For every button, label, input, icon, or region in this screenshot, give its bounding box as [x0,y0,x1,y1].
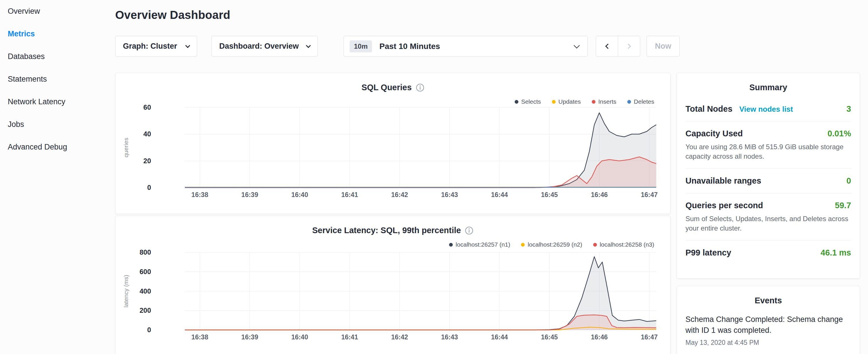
legend-label: Deletes [634,98,654,105]
summary-label: Capacity Used [685,129,743,138]
legend-item[interactable]: Selects [515,98,541,105]
dashboard-dropdown[interactable]: Dashboard: Overview [212,36,318,57]
info-icon[interactable] [465,226,473,237]
summary-row-queries-per-second: Queries per second 59.7 Sum of Selects, … [685,193,851,240]
sql-queries-chart[interactable]: 020406016:3816:3916:4016:4116:4216:4316:… [116,73,670,214]
legend-item[interactable]: Deletes [627,98,654,105]
event-timestamp: May 13, 2020 at 4:45 PM [685,339,851,347]
events-panel: Events Schema Change Completed: Schema c… [677,286,860,354]
legend-item[interactable]: localhost:26259 (n2) [521,241,582,248]
legend-dot-icon [593,243,597,247]
chevron-down-icon [574,42,580,49]
summary-value: 0 [846,176,851,186]
time-step-forward-button[interactable] [618,36,640,57]
legend-dot-icon [627,100,631,104]
chart-title-text: SQL Queries [361,83,411,92]
chevron-down-icon [185,43,190,48]
svg-text:16:46: 16:46 [591,191,608,198]
svg-text:latency (ms): latency (ms) [123,275,129,307]
sidebar-item-metrics[interactable]: Metrics [8,23,115,45]
time-range-badge: 10m [350,40,372,53]
summary-subtext: Sum of Selects, Updates, Inserts, and De… [685,214,851,233]
now-button[interactable]: Now [647,36,680,57]
legend-label: Updates [559,98,581,105]
summary-row-p99-latency: P99 latency 46.1 ms [685,240,851,265]
content-row: SQL Queries SelectsUpdatesInsertsDeletes… [115,73,860,354]
sidebar-item-advanced-debug[interactable]: Advanced Debug [8,136,115,158]
legend-dot-icon [449,243,453,247]
summary-title: Summary [685,73,851,97]
chart-title: SQL Queries [116,83,670,94]
chart-legend: SelectsUpdatesInsertsDeletes [515,98,654,105]
legend-item[interactable]: localhost:26257 (n1) [449,241,510,248]
sidebar-item-overview[interactable]: Overview [8,0,115,23]
svg-text:16:41: 16:41 [341,333,358,341]
legend-item[interactable]: localhost:26258 (n3) [593,241,654,248]
svg-text:0: 0 [147,326,151,334]
sql-queries-panel: SQL Queries SelectsUpdatesInsertsDeletes… [115,73,671,214]
legend-label: localhost:26258 (n3) [600,241,654,248]
summary-value: 3 [846,104,851,114]
svg-text:16:38: 16:38 [191,191,208,198]
svg-text:16:47: 16:47 [641,333,658,341]
graph-dropdown[interactable]: Graph: Cluster [115,36,197,57]
svg-text:16:41: 16:41 [341,191,358,198]
svg-text:16:39: 16:39 [241,333,258,341]
legend-dot-icon [592,100,595,104]
info-icon[interactable] [416,83,425,94]
chevron-right-icon [626,43,631,49]
chevron-left-icon [605,43,610,49]
legend-dot-icon [552,100,556,104]
svg-text:16:42: 16:42 [391,333,408,341]
legend-item[interactable]: Updates [552,98,581,105]
event-list-item[interactable]: Schema Change Completed: Schema change w… [685,314,851,347]
svg-text:16:40: 16:40 [291,191,308,198]
svg-text:16:43: 16:43 [441,333,458,341]
sidebar-item-databases[interactable]: Databases [8,45,115,68]
svg-text:16:44: 16:44 [491,333,508,341]
svg-text:16:47: 16:47 [641,191,658,198]
summary-value: 46.1 ms [821,248,851,257]
sidebar-item-jobs[interactable]: Jobs [8,113,115,136]
legend-dot-icon [521,243,525,247]
view-nodes-list-link[interactable]: View nodes list [739,105,793,114]
events-title: Events [685,286,851,310]
legend-label: Inserts [598,98,616,105]
legend-item[interactable]: Inserts [592,98,616,105]
summary-subtext: You are using 28.6 MiB of 515.9 GiB usab… [685,142,851,161]
svg-text:400: 400 [140,287,151,295]
svg-text:800: 800 [140,248,151,256]
legend-label: Selects [521,98,541,105]
summary-label-group: Total Nodes View nodes list [685,104,793,114]
svg-text:16:45: 16:45 [541,191,558,198]
dashboard-dropdown-label: Dashboard: Overview [219,42,299,51]
chart-title: Service Latency: SQL, 99th percentile [116,226,670,237]
summary-value: 59.7 [835,201,851,210]
time-range-selector[interactable]: 10m Past 10 Minutes [344,36,588,57]
svg-text:200: 200 [140,307,151,314]
summary-row-total-nodes: Total Nodes View nodes list 3 [685,97,851,122]
legend-dot-icon [515,100,518,104]
svg-text:40: 40 [143,130,151,138]
chart-canvas: 020406016:3816:3916:4016:4116:4216:4316:… [116,73,670,214]
svg-text:16:40: 16:40 [291,333,308,341]
svg-text:16:39: 16:39 [241,191,258,198]
graph-dropdown-label: Graph: Cluster [123,42,177,51]
sidebar-item-network-latency[interactable]: Network Latency [8,91,115,113]
time-step-back-button[interactable] [596,36,618,57]
svg-text:16:42: 16:42 [391,191,408,198]
summary-label: P99 latency [685,248,731,257]
time-step-buttons [596,36,640,57]
svg-text:16:46: 16:46 [591,333,608,341]
service-latency-panel: Service Latency: SQL, 99th percentile lo… [115,216,671,354]
svg-text:0: 0 [147,184,151,191]
summary-label: Total Nodes [685,104,733,114]
chart-legend: localhost:26257 (n1)localhost:26259 (n2)… [449,241,654,248]
sidebar-item-statements[interactable]: Statements [8,68,115,91]
sidebar: Overview Metrics Databases Statements Ne… [0,0,115,158]
legend-label: localhost:26257 (n1) [456,241,510,248]
chart-title-text: Service Latency: SQL, 99th percentile [312,226,461,235]
svg-text:20: 20 [143,157,151,165]
event-message: Schema Change Completed: Schema change w… [685,314,851,336]
svg-text:16:43: 16:43 [441,191,458,198]
